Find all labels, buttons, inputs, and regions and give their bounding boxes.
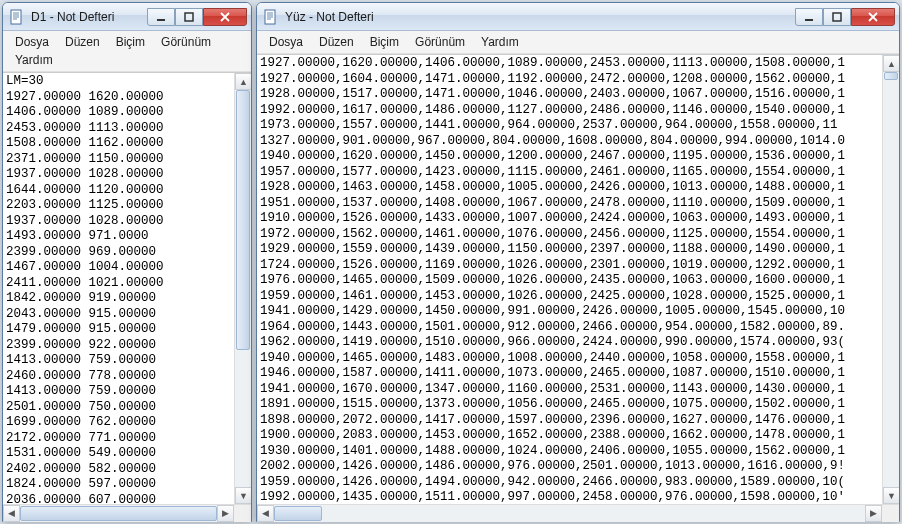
menu-view[interactable]: Görünüm (407, 33, 473, 51)
minimize-button[interactable] (147, 8, 175, 26)
scroll-thumb-h[interactable] (20, 506, 217, 521)
horizontal-scrollbar-row: ◀ ▶ (257, 504, 899, 521)
scroll-track-v[interactable] (883, 72, 899, 487)
notepad-icon (9, 9, 25, 25)
menu-format[interactable]: Biçim (362, 33, 407, 51)
scroll-down-button[interactable]: ▼ (883, 487, 899, 504)
resize-grip[interactable] (882, 505, 899, 522)
scroll-up-button[interactable]: ▲ (235, 73, 251, 90)
svg-rect-4 (805, 19, 813, 21)
window-title: D1 - Not Defteri (31, 10, 141, 24)
horizontal-scrollbar-row: ◀ ▶ (3, 504, 251, 521)
scroll-thumb-v[interactable] (236, 90, 250, 350)
scroll-up-button[interactable]: ▲ (883, 55, 899, 72)
resize-grip[interactable] (234, 505, 251, 522)
horizontal-scrollbar[interactable]: ◀ ▶ (3, 505, 234, 521)
svg-rect-5 (833, 13, 841, 21)
maximize-button[interactable] (823, 8, 851, 26)
maximize-button[interactable] (175, 8, 203, 26)
window-title: Yüz - Not Defteri (285, 10, 789, 24)
window-controls (795, 8, 895, 26)
menu-file[interactable]: Dosya (261, 33, 311, 51)
menu-help[interactable]: Yardım (473, 33, 527, 51)
scroll-thumb-h[interactable] (274, 506, 322, 521)
menu-edit[interactable]: Düzen (311, 33, 362, 51)
menu-view[interactable]: Görünüm (153, 33, 219, 51)
notepad-window-yuz: Yüz - Not Defteri Dosya Düzen Biçim Görü… (256, 2, 900, 522)
menubar: Dosya Düzen Biçim Görünüm Yardım (257, 31, 899, 54)
scroll-thumb-v[interactable] (884, 72, 898, 80)
vertical-scrollbar[interactable]: ▲ ▼ (882, 55, 899, 504)
menu-file[interactable]: Dosya (7, 33, 57, 51)
scroll-track-h[interactable] (274, 505, 865, 522)
scroll-track-h[interactable] (20, 505, 217, 522)
scroll-right-button[interactable]: ▶ (217, 505, 234, 522)
close-button[interactable] (851, 8, 895, 26)
menu-edit[interactable]: Düzen (57, 33, 108, 51)
scroll-track-v[interactable] (235, 90, 251, 487)
notepad-icon (263, 9, 279, 25)
svg-rect-2 (185, 13, 193, 21)
scroll-left-button[interactable]: ◀ (3, 505, 20, 522)
horizontal-scrollbar[interactable]: ◀ ▶ (257, 505, 882, 521)
menu-help[interactable]: Yardım (7, 51, 61, 69)
menu-format[interactable]: Biçim (108, 33, 153, 51)
content-area: 1927.00000,1620.00000,1406.00000,1089.00… (257, 54, 899, 504)
titlebar[interactable]: Yüz - Not Defteri (257, 3, 899, 31)
vertical-scrollbar[interactable]: ▲ ▼ (234, 73, 251, 504)
minimize-button[interactable] (795, 8, 823, 26)
scroll-left-button[interactable]: ◀ (257, 505, 274, 522)
svg-rect-1 (157, 19, 165, 21)
scroll-right-button[interactable]: ▶ (865, 505, 882, 522)
window-controls (147, 8, 247, 26)
notepad-window-d1: D1 - Not Defteri Dosya Düzen Biçim Görün… (2, 2, 252, 522)
text-editor[interactable]: 1927.00000,1620.00000,1406.00000,1089.00… (257, 55, 882, 504)
menubar: Dosya Düzen Biçim Görünüm Yardım (3, 31, 251, 72)
content-area: LM=30 1927.00000 1620.00000 1406.00000 1… (3, 72, 251, 504)
titlebar[interactable]: D1 - Not Defteri (3, 3, 251, 31)
scroll-down-button[interactable]: ▼ (235, 487, 251, 504)
text-editor[interactable]: LM=30 1927.00000 1620.00000 1406.00000 1… (3, 73, 234, 504)
close-button[interactable] (203, 8, 247, 26)
